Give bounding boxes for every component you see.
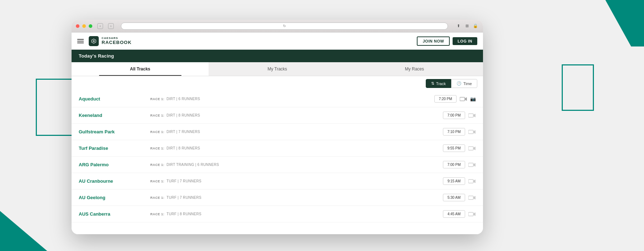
svg-marker-5 [473, 130, 475, 134]
table-row: Gulfstream Park RACE 1: DIRT | 7 RUNNERS… [72, 124, 483, 140]
app-header: CAESARS RACEBOOK JOIN NOW LOG IN [72, 33, 483, 50]
browser-frame: ‹ › ↻ ⬆ ⊞ 🔒 [72, 20, 483, 234]
add-tab-button[interactable]: ⊞ [464, 23, 470, 29]
race-label-2: RACE 1: [150, 130, 165, 134]
tab-my-races[interactable]: My Races [346, 62, 483, 76]
time-badge-0[interactable]: 7:20 PM [434, 95, 457, 103]
reader-mode-button[interactable]: 🔒 [472, 23, 479, 29]
table-row: AU Cranbourne RACE 1: TURF | 7 RUNNERS 9… [72, 173, 483, 190]
race-info-7: TURF | 8 RUNNERS [167, 212, 201, 216]
today-racing-banner: Today's Racing [72, 50, 483, 62]
hamburger-menu-button[interactable] [77, 39, 84, 43]
race-label-1: RACE 1: [150, 114, 165, 117]
race-label-3: RACE 1: [150, 147, 165, 150]
track-name-keeneland[interactable]: Keeneland [79, 113, 150, 118]
svg-rect-4 [468, 130, 473, 134]
race-row-right-0: 7:20 PM 📷 [434, 95, 476, 103]
track-name-au-geelong[interactable]: AU Geelong [79, 195, 150, 200]
sort-time-label: Time [463, 82, 472, 86]
table-row: Turf Paradise RACE 1: DIRT | 8 RUNNERS 9… [72, 140, 483, 157]
svg-rect-2 [468, 114, 473, 117]
browser-actions: ⬆ ⊞ 🔒 [455, 23, 479, 29]
log-in-button[interactable]: LOG IN [453, 37, 477, 45]
browser-chrome: ‹ › ↻ ⬆ ⊞ 🔒 [72, 20, 483, 33]
race-label-5: RACE 1: [150, 179, 165, 183]
today-racing-title: Today's Racing [79, 53, 114, 59]
time-badge-7[interactable]: 4:45 AM [443, 210, 465, 218]
time-badge-4[interactable]: 7:00 PM [443, 161, 465, 168]
app-content: CAESARS RACEBOOK JOIN NOW LOG IN Today's… [72, 33, 483, 234]
video-icon-2[interactable] [468, 129, 476, 134]
race-row-right-1: 7:00 PM [443, 112, 476, 119]
video-icon-3[interactable] [468, 146, 476, 151]
outer-wrapper: ‹ › ↻ ⬆ ⊞ 🔒 [0, 0, 644, 251]
svg-marker-3 [473, 114, 475, 117]
tabs-row: All Tracks My Tracks My Races [72, 62, 483, 76]
track-name-gulfstream[interactable]: Gulfstream Park [79, 129, 150, 134]
streaming-icon-0[interactable] [459, 97, 467, 102]
video-icon-6[interactable] [468, 195, 476, 200]
svg-rect-6 [468, 147, 473, 150]
svg-marker-11 [473, 179, 475, 183]
time-badge-6[interactable]: 5:30 AM [443, 194, 465, 201]
race-info-6: TURF | 7 RUNNERS [167, 196, 201, 200]
race-label-4: RACE 1: [150, 163, 165, 167]
sort-by-time-button[interactable]: 🕐 Time [451, 79, 477, 88]
logo-racebook-text: RACEBOOK [102, 40, 132, 45]
race-label-0: RACE 1: [150, 97, 165, 101]
table-row: AUS Canberra RACE 1: TURF | 8 RUNNERS 4:… [72, 206, 483, 222]
race-info-0: DIRT | 6 RUNNERS [167, 97, 200, 101]
track-name-aqueduct[interactable]: Aqueduct [79, 96, 150, 102]
join-now-button[interactable]: JOIN NOW [417, 36, 450, 46]
race-info-2: DIRT | 7 RUNNERS [167, 130, 200, 134]
time-badge-1[interactable]: 7:00 PM [443, 112, 465, 119]
svg-marker-13 [473, 196, 475, 200]
logo-icon [89, 36, 99, 46]
race-row-right-3: 9:55 PM [443, 144, 476, 152]
back-button[interactable]: ‹ [97, 23, 103, 29]
track-name-arg-palermo[interactable]: ARG Palermo [79, 162, 150, 167]
traffic-light-green[interactable] [89, 24, 92, 28]
video-icon-1[interactable] [468, 113, 476, 118]
race-info-3: DIRT | 8 RUNNERS [167, 146, 200, 150]
clock-icon: 🕐 [457, 81, 462, 86]
time-badge-2[interactable]: 7:10 PM [443, 128, 465, 136]
race-list: Aqueduct RACE 1: DIRT | 6 RUNNERS 7:20 P… [72, 91, 483, 234]
track-name-aus-canberra[interactable]: AUS Canberra [79, 211, 150, 217]
svg-rect-10 [468, 179, 473, 183]
time-badge-3[interactable]: 9:55 PM [443, 144, 465, 152]
race-row-right-4: 7:00 PM [443, 161, 476, 168]
address-bar[interactable]: ↻ [121, 23, 448, 30]
track-name-au-cranbourne[interactable]: AU Cranbourne [79, 178, 150, 184]
svg-rect-14 [468, 212, 473, 216]
video-icon-4[interactable] [468, 162, 476, 167]
deco-right-outline [562, 64, 594, 111]
sort-by-track-button[interactable]: ⇅ Track [426, 79, 451, 88]
svg-marker-1 [465, 97, 467, 101]
traffic-light-yellow[interactable] [82, 24, 86, 28]
race-label-7: RACE 1: [150, 212, 165, 216]
video-icon-7[interactable] [468, 212, 476, 217]
reload-icon: ↻ [283, 24, 286, 28]
track-name-turf-paradise[interactable]: Turf Paradise [79, 146, 150, 151]
svg-rect-12 [468, 196, 473, 200]
tab-all-tracks[interactable]: All Tracks [72, 62, 209, 76]
race-row-right-2: 7:10 PM [443, 128, 476, 136]
svg-rect-0 [460, 97, 465, 101]
traffic-light-red[interactable] [76, 24, 79, 28]
forward-button[interactable]: › [108, 23, 114, 29]
svg-rect-8 [468, 163, 473, 167]
table-row: AU Geelong RACE 1: TURF | 7 RUNNERS 5:30… [72, 190, 483, 206]
svg-marker-7 [473, 147, 475, 150]
race-row-right-5: 9:15 AM [443, 177, 476, 185]
deco-bottom-left [0, 194, 79, 251]
logo-text: CAESARS RACEBOOK [102, 37, 132, 45]
time-badge-5[interactable]: 9:15 AM [443, 177, 465, 185]
logo-area: CAESARS RACEBOOK [89, 36, 132, 46]
tab-my-tracks[interactable]: My Tracks [209, 62, 346, 76]
sort-row: ⇅ Track 🕐 Time [72, 76, 483, 91]
share-button[interactable]: ⬆ [455, 23, 462, 29]
video-camera-icon-0[interactable]: 📷 [470, 96, 476, 102]
video-icon-5[interactable] [468, 179, 476, 184]
header-right: JOIN NOW LOG IN [417, 36, 477, 46]
